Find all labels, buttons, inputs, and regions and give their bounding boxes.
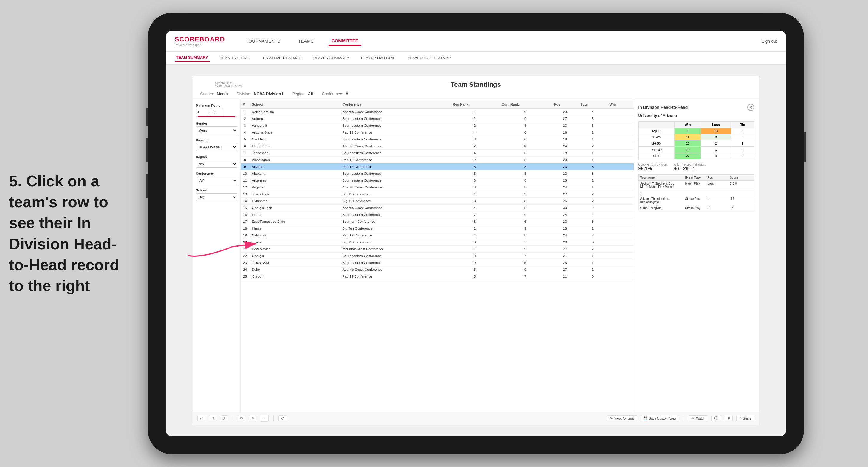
table-row[interactable]: 9 Arizona Pac-12 Conference 5 8 23 3 — [241, 163, 633, 170]
cell-school: Texas A&M — [250, 259, 340, 266]
table-row[interactable]: 4 Arizona State Pac-12 Conference 4 6 26… — [241, 129, 633, 136]
table-row[interactable]: 16 Florida Southeastern Conference 7 9 2… — [241, 212, 633, 218]
share-icon: ↗ — [739, 416, 742, 420]
paste-button[interactable]: ⧈ — [249, 415, 256, 422]
h2h-label-gt100: >100 — [639, 153, 675, 159]
table-row[interactable]: 17 East Tennessee State Southern Confere… — [241, 218, 633, 225]
cell-rds: 24 — [552, 143, 579, 150]
min-rounds-from[interactable] — [196, 108, 208, 115]
cell-school: North Carolina — [250, 108, 340, 116]
gender-select[interactable]: Men's — [196, 126, 237, 134]
table-row[interactable]: 23 Texas A&M Southeastern Conference 9 1… — [241, 259, 633, 266]
table-row[interactable]: 6 Florida State Atlantic Coast Conferenc… — [241, 143, 633, 150]
separator-3 — [684, 415, 684, 422]
subnav-player-h2h-grid[interactable]: PLAYER H2H GRID — [360, 54, 397, 62]
table-row[interactable]: 21 New Mexico Mountain West Conference 1… — [241, 246, 633, 253]
nav-committee[interactable]: COMMITTEE — [329, 37, 362, 45]
table-row[interactable]: 1 North Carolina Atlantic Coast Conferen… — [241, 108, 633, 116]
nav-teams[interactable]: TEAMS — [295, 37, 317, 45]
table-row[interactable]: 19 California Pac-12 Conference 4 8 24 2 — [241, 232, 633, 239]
table-row[interactable]: 2 Auburn Southeastern Conference 1 9 27 … — [241, 116, 633, 122]
col-reg-rank: Reg Rank — [450, 101, 499, 108]
cell-win — [607, 198, 633, 205]
subnav-team-h2h-heatmap[interactable]: TEAM H2H HEATMAP — [260, 54, 303, 62]
cell-conference: Big 12 Conference — [340, 239, 451, 246]
cell-rds: 27 — [552, 116, 579, 122]
table-row[interactable]: 15 Georgia Tech Atlantic Coast Conferenc… — [241, 205, 633, 212]
rounds-slider[interactable] — [196, 116, 237, 118]
tournament-name-1: Jackson T. Stephens CupMen's Match-Play … — [641, 182, 685, 188]
cell-tour: 1 — [578, 136, 607, 143]
clock-button[interactable]: ⏱ — [279, 415, 287, 422]
table-row[interactable]: 7 Tennessee Southeastern Conference 4 6 … — [241, 150, 633, 157]
table-row[interactable]: 8 Washington Pac-12 Conference 2 8 23 1 — [241, 157, 633, 163]
undo-button[interactable]: ↩ — [197, 415, 206, 422]
min-rounds-to[interactable] — [211, 108, 223, 115]
watch-button[interactable]: 👁 Watch — [689, 415, 708, 422]
table-row[interactable]: 12 Virginia Atlantic Coast Conference 3 … — [241, 184, 633, 191]
school-select[interactable]: (All) — [196, 193, 237, 201]
region-select[interactable]: N/A — [196, 160, 237, 167]
cell-num: 23 — [241, 259, 250, 266]
table-row[interactable]: 25 Oregon Pac-12 Conference 5 7 21 0 — [241, 273, 633, 280]
cell-conference: Southeastern Conference — [340, 212, 451, 218]
table-row[interactable]: 24 Duke Atlantic Coast Conference 5 9 27… — [241, 266, 633, 273]
cell-win — [607, 116, 633, 122]
table-row[interactable]: 22 Georgia Southeastern Conference 8 7 2… — [241, 253, 633, 259]
cell-conf-rank: 6 — [499, 218, 552, 225]
table-row[interactable]: 10 Alabama Southeastern Conference 5 8 2… — [241, 170, 633, 177]
tournament-name-2: Arizona Thunderbirds Intercollegiate — [641, 197, 685, 204]
opponents-value: 99.1% — [639, 166, 668, 172]
sign-out[interactable]: Sign out — [762, 39, 777, 43]
h2h-close-button[interactable]: ✕ — [747, 104, 754, 111]
cell-conf-rank: 9 — [499, 225, 552, 232]
tournament-pos-1: Loss — [708, 182, 730, 188]
table-row[interactable]: 3 Vanderbilt Southeastern Conference 2 8… — [241, 122, 633, 129]
subnav-team-h2h-grid[interactable]: TEAM H2H GRID — [219, 54, 252, 62]
subnav-player-h2h-heatmap[interactable]: PLAYER H2H HEATMAP — [406, 54, 452, 62]
save-custom-view-button[interactable]: 💾 Save Custom View — [641, 415, 679, 422]
h2h-tie-top10: 0 — [731, 128, 754, 134]
grid-button[interactable]: ⊞ — [724, 415, 733, 422]
cell-num: 19 — [241, 232, 250, 239]
tournament-pos-3: 11 — [708, 206, 730, 210]
cell-win — [607, 266, 633, 273]
conference-select[interactable]: (All) — [196, 177, 237, 184]
cell-conf-rank: 9 — [499, 108, 552, 116]
cell-num: 14 — [241, 198, 250, 205]
nav-tournaments[interactable]: TOURNAMENTS — [243, 37, 283, 45]
table-row[interactable]: 11 Arkansas Southeastern Conference 6 8 … — [241, 177, 633, 184]
opponents-label: Opponents in division: — [639, 163, 668, 166]
cell-school: Auburn — [250, 116, 340, 122]
cell-win — [607, 239, 633, 246]
cell-conf-rank: 8 — [499, 163, 552, 170]
filter-group-school: School (All) — [196, 188, 237, 201]
table-row[interactable]: 18 Illinois Big Ten Conference 1 9 23 1 — [241, 225, 633, 232]
table-row[interactable]: 5 Ole Miss Southeastern Conference 3 6 1… — [241, 136, 633, 143]
filter-gender: Gender: Men's — [200, 92, 228, 96]
cell-win — [607, 163, 633, 170]
tournament-col-pos: Pos — [708, 176, 730, 179]
table-row[interactable]: 20 Texas Big 12 Conference 3 7 20 3 — [241, 239, 633, 246]
cell-conf-rank: 9 — [499, 191, 552, 198]
back-button[interactable]: ⤴ — [221, 415, 228, 422]
cell-conference: Southeastern Conference — [340, 136, 451, 143]
subnav-team-summary[interactable]: TEAM SUMMARY — [175, 54, 210, 62]
cell-conf-rank: 8 — [499, 205, 552, 212]
save-label: Save Custom View — [649, 416, 677, 420]
subnav-player-summary[interactable]: PLAYER SUMMARY — [312, 54, 351, 62]
cell-rds: 23 — [552, 163, 579, 170]
table-row[interactable]: 13 Texas Tech Big 12 Conference 1 9 27 2 — [241, 191, 633, 198]
comment-button[interactable]: 💬 — [711, 415, 721, 422]
redo-button[interactable]: ↪ — [209, 415, 217, 422]
cell-school: East Tennessee State — [250, 218, 340, 225]
view-original-button[interactable]: 👁 View: Original — [607, 415, 637, 422]
cell-num: 5 — [241, 136, 250, 143]
tournament-name-3: Cabo Collegiate — [641, 206, 685, 210]
copy-button[interactable]: ⧉ — [238, 415, 245, 422]
share-button[interactable]: ↗ Share — [736, 415, 754, 422]
add-button[interactable]: ＋ — [260, 415, 269, 422]
division-select[interactable]: NCAA Division I — [196, 143, 237, 151]
table-row[interactable]: 14 Oklahoma Big 12 Conference 3 8 26 2 — [241, 198, 633, 205]
cell-conference: Atlantic Coast Conference — [340, 143, 451, 150]
